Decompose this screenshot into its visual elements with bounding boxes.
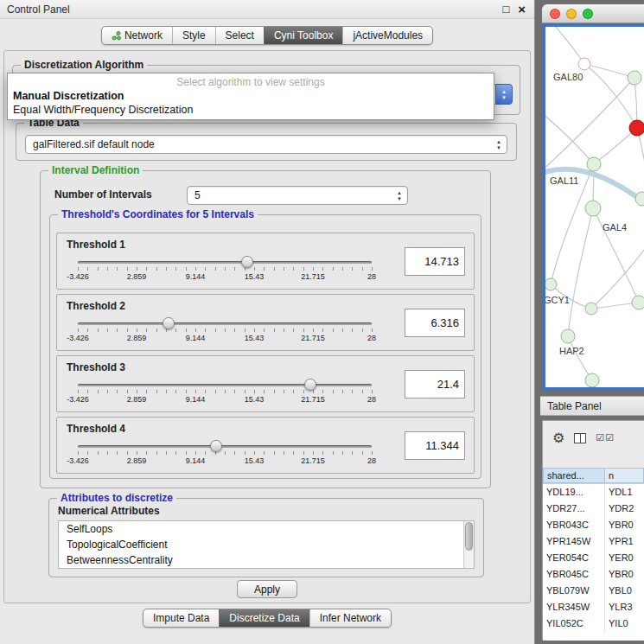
table-row[interactable]: YBR043CYBR0	[543, 517, 644, 533]
network-window-titlebar	[542, 4, 644, 23]
gear-icon[interactable]: ⚙	[552, 431, 564, 445]
tick-mark	[372, 328, 373, 332]
select-columns-icon[interactable]: ☑☑	[596, 432, 615, 443]
attribute-item[interactable]: TopologicalCoefficient	[59, 537, 474, 552]
tick-mark	[117, 451, 118, 455]
cell-name: YDR2	[605, 501, 644, 517]
tab-infer-network[interactable]: Infer Network	[309, 609, 391, 627]
minimize-traffic-light-icon[interactable]	[566, 9, 577, 19]
slider-thumb[interactable]	[163, 317, 175, 329]
threshold-slider[interactable]: -3.4262.8599.14415.4321.71528	[78, 378, 372, 407]
node-label: GAL4	[603, 222, 627, 233]
network-node[interactable]	[585, 303, 597, 315]
tick-mark	[205, 451, 206, 455]
close-traffic-light-icon[interactable]	[550, 9, 560, 19]
tab-select[interactable]: Select	[215, 27, 264, 44]
tick-mark	[137, 267, 137, 271]
threshold-slider[interactable]: -3.4262.8599.14415.4321.71528	[78, 316, 372, 346]
network-node[interactable]	[628, 71, 641, 85]
tick-mark	[78, 328, 79, 332]
group-title-interval-definition: Interval Definition	[48, 164, 143, 176]
scale-label: 9.144	[186, 334, 206, 342]
combo-stepper[interactable]: ▲ ▼	[490, 135, 507, 154]
tick-mark	[225, 267, 226, 271]
network-canvas[interactable]: GAL80GAL11GAL4GCY1HAP2	[545, 27, 644, 387]
network-node[interactable]	[632, 296, 644, 309]
number-of-intervals-combobox[interactable]: 5 ▲ ▼	[187, 186, 408, 205]
apply-button[interactable]: Apply	[237, 580, 297, 598]
network-node[interactable]	[578, 58, 590, 70]
threshold-value-field[interactable]: 14.713	[405, 247, 465, 276]
scale-label: 2.859	[127, 272, 147, 281]
scale-label: -3.426	[67, 395, 89, 404]
network-node[interactable]	[585, 201, 601, 216]
network-node[interactable]	[545, 278, 557, 290]
slider-thumb[interactable]	[304, 379, 316, 391]
combo-stepper[interactable]: ▲ ▼	[495, 84, 513, 105]
tab-cyni-toolbox[interactable]: Cyni Toolbox	[264, 27, 342, 44]
network-node[interactable]	[561, 329, 575, 343]
numerical-attributes-list[interactable]: SelfLoopsTopologicalCoefficientBetweenne…	[58, 520, 475, 569]
tick-mark	[107, 451, 108, 455]
scrollbar-thumb[interactable]	[465, 522, 473, 551]
table-row[interactable]: YER054CYER0	[543, 550, 644, 566]
down-arrow-icon: ▼	[501, 95, 507, 100]
tab-jactivemodules[interactable]: jActiveModules	[342, 27, 432, 44]
tick-mark	[195, 328, 196, 332]
float-window-icon[interactable]: □	[502, 3, 509, 15]
combo-value: galFiltered.sif default node	[33, 138, 155, 150]
table-row[interactable]: YDL19...YDL1	[543, 484, 644, 501]
tick-mark	[293, 390, 294, 393]
network-node[interactable]	[629, 120, 644, 136]
tab-network[interactable]: Network	[102, 27, 172, 44]
threshold-slider[interactable]: -3.4262.8599.14415.4321.71528	[78, 255, 372, 284]
combo-stepper[interactable]: ▲ ▼	[391, 186, 408, 205]
tab-impute-data[interactable]: Impute Data	[143, 609, 219, 627]
threshold-value-field[interactable]: 21.4	[405, 370, 465, 399]
column-header-shared-name[interactable]: shared...	[543, 468, 605, 483]
tick-mark	[175, 451, 176, 455]
slider-thumb[interactable]	[210, 440, 222, 452]
column-header-name[interactable]: n	[605, 468, 644, 483]
table-row[interactable]: YDR27...YDR2	[543, 501, 644, 517]
control-panel-body: Discretization Algorithm ▲ ▼ Select algo…	[3, 50, 531, 603]
tick-mark	[146, 267, 147, 271]
attribute-item[interactable]: SelfLoops	[59, 521, 474, 537]
bottom-tab-bar: Impute DataDiscretize DataInfer Network	[0, 609, 534, 628]
network-view-window: GAL80GAL11GAL4GCY1HAP2	[542, 4, 644, 391]
slider-thumb[interactable]	[241, 256, 253, 268]
tick-mark	[254, 267, 255, 271]
close-icon[interactable]: ×	[518, 3, 526, 16]
attribute-item[interactable]: BetweennessCentrality	[59, 552, 474, 568]
checkbox-icon: ☑	[605, 432, 615, 443]
table-row[interactable]: YLR345WYLR3	[543, 599, 644, 615]
tick-mark	[107, 328, 108, 332]
tick-mark	[127, 390, 128, 393]
threshold-value-field[interactable]: 6.316	[405, 309, 465, 337]
tab-label: Cyni Toolbox	[274, 29, 333, 41]
tick-mark	[342, 328, 343, 332]
tick-mark	[107, 267, 108, 271]
network-node[interactable]	[587, 157, 601, 171]
tick-mark	[372, 451, 373, 455]
algorithm-option-manual-discretization[interactable]: Manual Discretization	[8, 89, 494, 103]
table-data-combobox[interactable]: galFiltered.sif default node ▲ ▼	[25, 135, 507, 154]
tick-mark	[293, 328, 294, 332]
threshold-value-field[interactable]: 11.344	[405, 431, 465, 460]
slider-track	[78, 261, 372, 264]
tick-mark	[127, 328, 128, 332]
tab-discretize-data[interactable]: Discretize Data	[219, 609, 309, 627]
threshold-slider[interactable]: -3.4262.8599.14415.4321.71528	[78, 439, 372, 469]
table-row[interactable]: YPR145WYPR1	[543, 533, 644, 550]
columns-icon[interactable]	[574, 433, 586, 443]
scale-label: 2.859	[127, 456, 147, 465]
table-row[interactable]: YBL079WYBL0	[543, 583, 644, 599]
table-row[interactable]: YBR045CYBR0	[543, 566, 644, 583]
zoom-traffic-light-icon[interactable]	[583, 9, 593, 19]
scrollbar[interactable]	[463, 521, 474, 568]
tab-style[interactable]: Style	[172, 27, 215, 44]
algorithm-option-equal-width-frequency-discretization[interactable]: Equal Width/Frequency Discretization	[8, 103, 494, 117]
table-row[interactable]: YIL052CYIL0	[543, 615, 644, 632]
network-node[interactable]	[585, 373, 599, 387]
network-edge	[568, 208, 593, 336]
